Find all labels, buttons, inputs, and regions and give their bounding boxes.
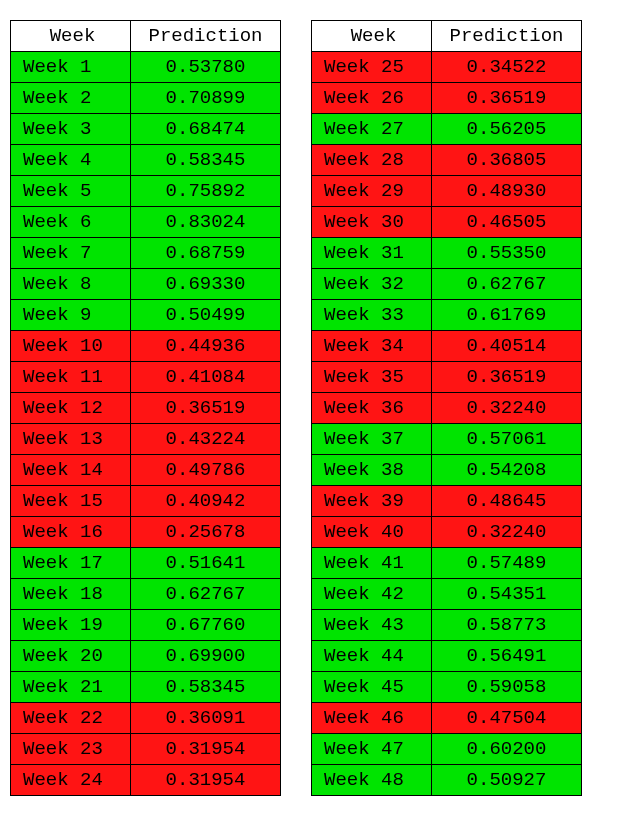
week-cell: Week 47 <box>312 734 432 765</box>
prediction-cell: 0.56205 <box>432 114 582 145</box>
prediction-cell: 0.67760 <box>131 610 281 641</box>
header-prediction: Prediction <box>131 21 281 52</box>
week-cell: Week 29 <box>312 176 432 207</box>
week-cell: Week 32 <box>312 269 432 300</box>
table-row: Week 260.36519 <box>312 83 582 114</box>
table-row: Week 190.67760 <box>11 610 281 641</box>
table-row: Week 140.49786 <box>11 455 281 486</box>
week-cell: Week 7 <box>11 238 131 269</box>
week-cell: Week 39 <box>312 486 432 517</box>
table-row: Week 60.83024 <box>11 207 281 238</box>
table-row: Week 480.50927 <box>312 765 582 796</box>
header-row: Week Prediction <box>312 21 582 52</box>
table-row: Week 320.62767 <box>312 269 582 300</box>
table-row: Week 470.60200 <box>312 734 582 765</box>
table-row: Week 120.36519 <box>11 393 281 424</box>
week-cell: Week 45 <box>312 672 432 703</box>
week-cell: Week 22 <box>11 703 131 734</box>
table-row: Week 250.34522 <box>312 52 582 83</box>
prediction-cell: 0.32240 <box>432 517 582 548</box>
table-body-left: Week 10.53780Week 20.70899Week 30.68474W… <box>11 52 281 796</box>
table-row: Week 460.47504 <box>312 703 582 734</box>
week-cell: Week 34 <box>312 331 432 362</box>
week-cell: Week 46 <box>312 703 432 734</box>
prediction-cell: 0.25678 <box>131 517 281 548</box>
week-cell: Week 1 <box>11 52 131 83</box>
week-cell: Week 3 <box>11 114 131 145</box>
table-row: Week 400.32240 <box>312 517 582 548</box>
table-row: Week 330.61769 <box>312 300 582 331</box>
week-cell: Week 21 <box>11 672 131 703</box>
table-row: Week 370.57061 <box>312 424 582 455</box>
table-row: Week 410.57489 <box>312 548 582 579</box>
prediction-table-right: Week Prediction Week 250.34522Week 260.3… <box>311 20 582 796</box>
prediction-cell: 0.58345 <box>131 145 281 176</box>
week-cell: Week 28 <box>312 145 432 176</box>
prediction-cell: 0.51641 <box>131 548 281 579</box>
table-row: Week 340.40514 <box>312 331 582 362</box>
prediction-cell: 0.68474 <box>131 114 281 145</box>
prediction-cell: 0.36805 <box>432 145 582 176</box>
week-cell: Week 43 <box>312 610 432 641</box>
week-cell: Week 16 <box>11 517 131 548</box>
week-cell: Week 42 <box>312 579 432 610</box>
table-row: Week 210.58345 <box>11 672 281 703</box>
table-row: Week 220.36091 <box>11 703 281 734</box>
week-cell: Week 23 <box>11 734 131 765</box>
prediction-cell: 0.60200 <box>432 734 582 765</box>
table-row: Week 420.54351 <box>312 579 582 610</box>
week-cell: Week 6 <box>11 207 131 238</box>
table-row: Week 170.51641 <box>11 548 281 579</box>
week-cell: Week 44 <box>312 641 432 672</box>
prediction-cell: 0.46505 <box>432 207 582 238</box>
prediction-cell: 0.31954 <box>131 734 281 765</box>
prediction-cell: 0.48930 <box>432 176 582 207</box>
week-cell: Week 14 <box>11 455 131 486</box>
prediction-cell: 0.54351 <box>432 579 582 610</box>
table-row: Week 50.75892 <box>11 176 281 207</box>
table-row: Week 70.68759 <box>11 238 281 269</box>
prediction-cell: 0.55350 <box>432 238 582 269</box>
prediction-cell: 0.43224 <box>131 424 281 455</box>
week-cell: Week 19 <box>11 610 131 641</box>
table-row: Week 350.36519 <box>312 362 582 393</box>
table-body-right: Week 250.34522Week 260.36519Week 270.562… <box>312 52 582 796</box>
prediction-cell: 0.32240 <box>432 393 582 424</box>
week-cell: Week 18 <box>11 579 131 610</box>
week-cell: Week 40 <box>312 517 432 548</box>
prediction-cell: 0.41084 <box>131 362 281 393</box>
table-row: Week 280.36805 <box>312 145 582 176</box>
table-row: Week 360.32240 <box>312 393 582 424</box>
prediction-cell: 0.54208 <box>432 455 582 486</box>
table-row: Week 40.58345 <box>11 145 281 176</box>
table-row: Week 20.70899 <box>11 83 281 114</box>
table-row: Week 100.44936 <box>11 331 281 362</box>
prediction-cell: 0.36519 <box>432 362 582 393</box>
prediction-table-left: Week Prediction Week 10.53780Week 20.708… <box>10 20 281 796</box>
table-row: Week 80.69330 <box>11 269 281 300</box>
prediction-cell: 0.40942 <box>131 486 281 517</box>
table-row: Week 110.41084 <box>11 362 281 393</box>
table-row: Week 200.69900 <box>11 641 281 672</box>
header-row: Week Prediction <box>11 21 281 52</box>
week-cell: Week 9 <box>11 300 131 331</box>
prediction-cell: 0.31954 <box>131 765 281 796</box>
prediction-cell: 0.49786 <box>131 455 281 486</box>
prediction-cell: 0.62767 <box>432 269 582 300</box>
week-cell: Week 4 <box>11 145 131 176</box>
week-cell: Week 8 <box>11 269 131 300</box>
prediction-cell: 0.53780 <box>131 52 281 83</box>
week-cell: Week 10 <box>11 331 131 362</box>
prediction-cell: 0.40514 <box>432 331 582 362</box>
prediction-cell: 0.48645 <box>432 486 582 517</box>
prediction-cell: 0.34522 <box>432 52 582 83</box>
week-cell: Week 17 <box>11 548 131 579</box>
prediction-cell: 0.56491 <box>432 641 582 672</box>
table-row: Week 450.59058 <box>312 672 582 703</box>
prediction-cell: 0.58345 <box>131 672 281 703</box>
week-cell: Week 38 <box>312 455 432 486</box>
week-cell: Week 2 <box>11 83 131 114</box>
week-cell: Week 48 <box>312 765 432 796</box>
prediction-cell: 0.47504 <box>432 703 582 734</box>
prediction-cell: 0.70899 <box>131 83 281 114</box>
